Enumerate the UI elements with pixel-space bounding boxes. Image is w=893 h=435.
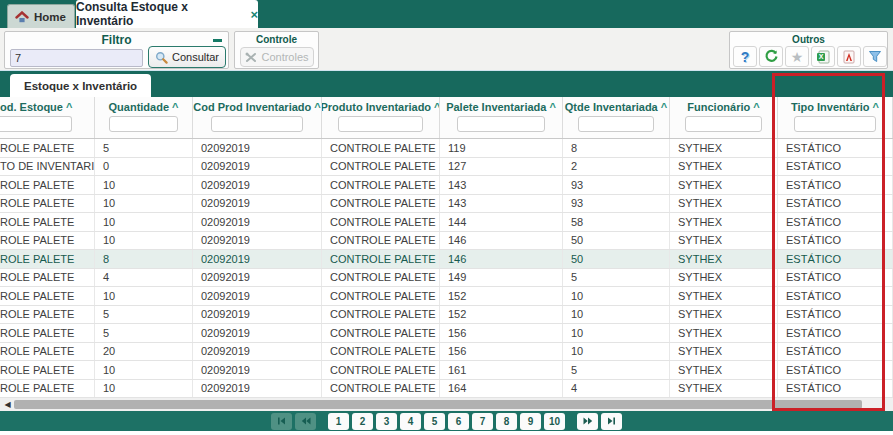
help-button[interactable]: ? [733,46,757,67]
column-sort-label[interactable]: od. Estoque^ [0,101,72,113]
table-row[interactable]: ROLE PALETE1002092019CONTROLE PALETE1465… [0,232,893,251]
column-label-text: Palete Inventariada [446,101,546,113]
column-filter-input-quantidade[interactable] [109,116,179,132]
column-sort-label[interactable]: Produto Inventariado^ [322,101,440,113]
column-label-text: Cod Prod Inventariado [193,101,311,113]
filter-button[interactable] [863,46,887,67]
cell-cod-prod-inventariado: 02092019 [193,269,322,287]
data-grid: od. Estoque^Quantidade^Cod Prod Inventar… [0,97,893,398]
page-button-1[interactable]: 1 [328,413,349,430]
column-sort-label[interactable]: Cod Prod Inventariado^ [193,101,320,113]
sort-caret-icon: ^ [753,101,759,113]
page-button-8[interactable]: 8 [496,413,517,430]
table-row[interactable]: TO DE INVENTARIO002092019CONTROLE PALETE… [0,158,893,177]
column-filter-input-palete-inventariada[interactable] [457,116,545,132]
column-sort-label[interactable]: Quantidade^ [109,101,179,113]
cell-funcionario: SYTHEX [670,324,778,342]
page-button-4[interactable]: 4 [400,413,421,430]
column-filter-input-tipo-inventario[interactable] [794,116,876,132]
cell-funcionario: SYTHEX [670,195,778,213]
table-row[interactable]: ROLE PALETE2002092019CONTROLE PALETE1561… [0,343,893,362]
page-button-9[interactable]: 9 [520,413,541,430]
tab-consulta-estoque[interactable]: Consulta Estoque x Inventário × [76,0,258,28]
page-button-2[interactable]: 2 [352,413,373,430]
table-row[interactable]: ROLE PALETE502092019CONTROLE PALETE1198S… [0,139,893,158]
page-button-6[interactable]: 6 [448,413,469,430]
cell-tipo-inventario: ESTÁTICO [778,361,893,379]
table-row[interactable]: ROLE PALETE1002092019CONTROLE PALETE1439… [0,176,893,195]
outros-icon-group: ?★X [733,46,887,67]
column-filter-input-funcionario[interactable] [685,116,762,132]
cell-quantidade: 10 [95,361,193,379]
cell-od-estoque: ROLE PALETE [0,269,95,287]
tab-home[interactable]: Home [7,4,75,28]
next-page-button[interactable] [577,413,598,430]
column-filter-input-cod-prod-inventariado[interactable] [211,116,303,132]
table-row[interactable]: ROLE PALETE1002092019CONTROLE PALETE1439… [0,195,893,214]
table-row[interactable]: ROLE PALETE502092019CONTROLE PALETE15210… [0,306,893,325]
star-button[interactable]: ★ [785,46,809,67]
sort-caret-icon: ^ [172,101,178,113]
column-header-tipo-inventario: Tipo Inventário^ [778,97,893,138]
cell-qtde-inventariada: 10 [563,343,670,361]
app-window: Home Consulta Estoque x Inventário × Fil… [0,0,893,435]
pdf-button[interactable] [837,46,861,67]
cell-produto-inventariado: CONTROLE PALETE [322,306,440,324]
cell-cod-prod-inventariado: 02092019 [193,232,322,250]
cell-palete-inventariada: 156 [440,343,563,361]
cell-palete-inventariada: 161 [440,361,563,379]
table-row[interactable]: ROLE PALETE802092019CONTROLE PALETE14650… [0,250,893,269]
consultar-button[interactable]: Consultar [148,46,226,68]
cell-funcionario: SYTHEX [670,306,778,324]
column-filter-input-od-estoque[interactable] [0,116,72,132]
scroll-left-icon[interactable]: ◀ [2,399,13,410]
refresh-button[interactable] [759,46,783,67]
excel-button[interactable]: X [811,46,835,67]
column-filter-input-produto-inventariado[interactable] [338,116,422,132]
tab-close-icon[interactable]: × [250,8,258,21]
filtro-panel-title: Filtro [5,33,228,47]
table-row[interactable]: ROLE PALETE402092019CONTROLE PALETE1495S… [0,269,893,288]
column-sort-label[interactable]: Palete Inventariada^ [446,101,556,113]
previous-page-button[interactable] [295,413,316,430]
table-row[interactable]: ROLE PALETE1002092019CONTROLE PALETE1445… [0,213,893,232]
scrollbar-thumb[interactable] [14,400,862,409]
page-button-3[interactable]: 3 [376,413,397,430]
cell-quantidade: 10 [95,232,193,250]
column-sort-label[interactable]: Qtde Inventariada^ [565,101,667,113]
cell-quantidade: 20 [95,343,193,361]
cell-palete-inventariada: 143 [440,195,563,213]
table-row[interactable]: ROLE PALETE1002092019CONTROLE PALETE1615… [0,361,893,380]
table-row[interactable]: ROLE PALETE502092019CONTROLE PALETE15610… [0,324,893,343]
last-page-button[interactable] [601,413,622,430]
cell-qtde-inventariada: 50 [563,232,670,250]
cell-od-estoque: ROLE PALETE [0,139,95,157]
cell-palete-inventariada: 164 [440,380,563,398]
page-button-7[interactable]: 7 [472,413,493,430]
column-sort-label[interactable]: Tipo Inventário^ [791,101,879,113]
collapse-panel-icon[interactable] [210,35,224,45]
cell-cod-prod-inventariado: 02092019 [193,306,322,324]
filtro-input[interactable] [10,49,143,67]
controles-button[interactable]: Controles [240,47,314,67]
page-button-10[interactable]: 10 [544,413,565,430]
cell-tipo-inventario: ESTÁTICO [778,269,893,287]
svg-text:X: X [819,53,824,60]
outros-panel-title: Outros [730,34,887,45]
refresh-icon [764,49,779,64]
column-label-text: Tipo Inventário [791,101,870,113]
cell-od-estoque: ROLE PALETE [0,324,95,342]
cell-produto-inventariado: CONTROLE PALETE [322,139,440,157]
table-row[interactable]: ROLE PALETE1002092019CONTROLE PALETE1644… [0,380,893,399]
controle-panel-title: Controle [235,34,318,45]
cell-qtde-inventariada: 5 [563,269,670,287]
page-button-5[interactable]: 5 [424,413,445,430]
table-row[interactable]: ROLE PALETE1002092019CONTROLE PALETE1521… [0,287,893,306]
tab-estoque-x-inventario[interactable]: Estoque x Inventário [10,74,151,97]
sort-caret-icon: ^ [873,101,879,113]
cell-cod-prod-inventariado: 02092019 [193,158,322,176]
first-page-button[interactable] [271,413,292,430]
column-filter-input-qtde-inventariada[interactable] [578,116,654,132]
column-sort-label[interactable]: Funcionário^ [687,101,759,113]
cell-produto-inventariado: CONTROLE PALETE [322,250,440,268]
